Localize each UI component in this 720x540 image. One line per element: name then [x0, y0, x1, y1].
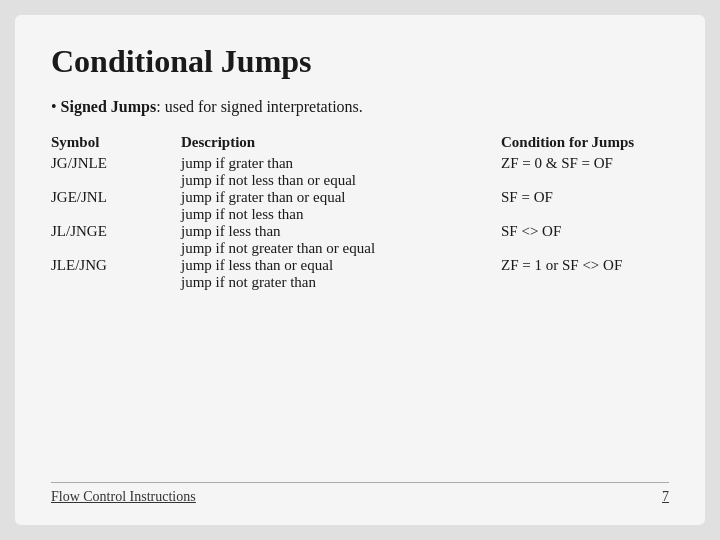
cond-jge-empty: [501, 206, 669, 223]
symbol-jle-jng: JLE/JNG: [51, 257, 181, 291]
col-header-condition: Condition for Jumps: [501, 134, 669, 155]
cond-jge: SF = OF: [501, 189, 669, 206]
desc-jle-1: jump if less than or equal: [181, 257, 501, 274]
intro-rest: : used for signed interpretations.: [156, 98, 363, 115]
symbol-jge-jnl: JGE/JNL: [51, 189, 181, 223]
content-table: Symbol Description Condition for Jumps J…: [51, 134, 669, 478]
slide: Conditional Jumps • Signed Jumps: used f…: [15, 15, 705, 525]
desc-jle-2: jump if not grater than: [181, 274, 501, 291]
desc-jge-2: jump if not less than: [181, 206, 501, 223]
desc-jg-2: jump if not less than or equal: [181, 172, 501, 189]
intro-bold: Signed Jumps: [61, 98, 157, 115]
footer-title: Flow Control Instructions: [51, 489, 196, 505]
desc-jl-1: jump if less than: [181, 223, 501, 240]
cond-jg: ZF = 0 & SF = OF: [501, 155, 669, 172]
desc-jge-1: jump if grater than or equal: [181, 189, 501, 206]
intro-text: • Signed Jumps: used for signed interpre…: [51, 98, 669, 116]
symbol-jl-jnge: JL/JNGE: [51, 223, 181, 257]
footer: Flow Control Instructions 7: [51, 482, 669, 505]
desc-jl-2: jump if not greater than or equal: [181, 240, 501, 257]
col-header-description: Description: [181, 134, 501, 155]
footer-page: 7: [662, 489, 669, 505]
cond-jg-empty: [501, 172, 669, 189]
cond-jl: SF <> OF: [501, 223, 669, 240]
cond-jl-empty: [501, 240, 669, 257]
desc-jg-1: jump if grater than: [181, 155, 501, 172]
slide-title: Conditional Jumps: [51, 43, 669, 80]
symbol-jg-jnle: JG/JNLE: [51, 155, 181, 189]
col-header-symbol: Symbol: [51, 134, 181, 155]
cond-jle-empty: [501, 274, 669, 291]
cond-jle: ZF = 1 or SF <> OF: [501, 257, 669, 274]
intro-bullet: •: [51, 98, 57, 115]
